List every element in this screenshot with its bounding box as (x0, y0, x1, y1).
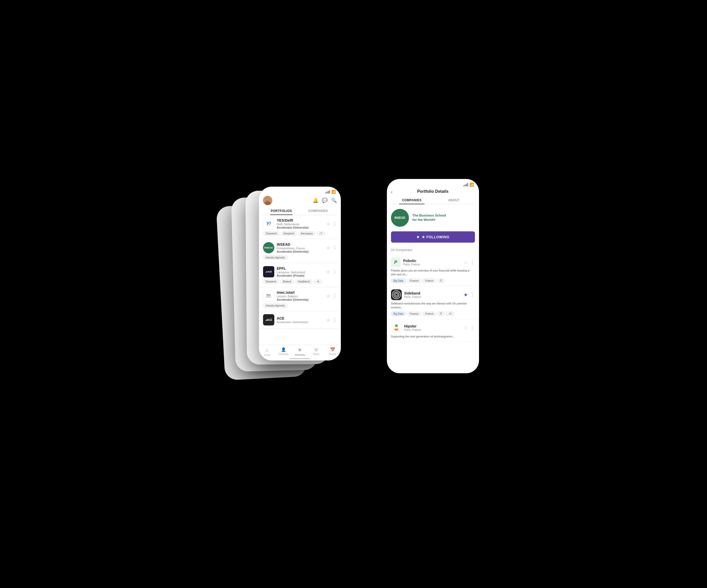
portfolio-type: Accelerator (Private) (277, 274, 324, 277)
company-desc-hipster: Supporting the next generation oit techi… (391, 335, 475, 338)
wifi-icon: 📶 (331, 190, 336, 194)
events-icon: 📅 (330, 347, 335, 352)
search-icon[interactable]: 🔍 (331, 197, 337, 203)
tab-about[interactable]: ABOUT (433, 196, 475, 204)
company-desc-pobotic: Pobotic gives you an overview of your fi… (391, 269, 475, 277)
nav-item-following[interactable]: 👤 Following (275, 347, 292, 356)
portfolio-location: Fontainebleau, France (277, 247, 324, 250)
home-icon: ⌂ (265, 347, 268, 353)
tag: Fintech (423, 279, 436, 283)
tables-label: Tables (313, 353, 319, 355)
more-menu-button[interactable]: ⋮ (333, 246, 337, 250)
wifi-icon-right: 📶 (470, 183, 474, 187)
portfolio-info-imec: imec.istart Leuven, Belgium Accelerator … (277, 290, 324, 301)
star-button-sideband[interactable]: ★ (464, 292, 468, 298)
star-button[interactable]: ☆ (327, 318, 330, 322)
following-label: Following (278, 353, 288, 355)
back-button[interactable]: ‹ (391, 189, 393, 195)
avatar[interactable] (263, 196, 272, 205)
tag: Finance (407, 279, 422, 283)
message-icon[interactable]: 💬 (322, 197, 328, 203)
nav-item-tables[interactable]: ⊞ Tables (308, 347, 325, 356)
tables-icon: ⊞ (314, 347, 318, 352)
portfolio-item-insead[interactable]: INSEAD INSEAD Fontainebleau, France Acce… (259, 239, 341, 263)
portfolio-location: Lausanne, Switzerland (277, 271, 324, 274)
svg-point-6 (395, 293, 398, 296)
portfolio-name: ACE (277, 316, 324, 320)
portfolio-name: YES!Delft (277, 218, 324, 222)
insead-logo-big: INSEAD (391, 209, 409, 227)
nav-item-discovery[interactable]: ✳ Discovery (292, 347, 308, 356)
tab-companies[interactable]: COMPANIES (300, 207, 337, 215)
following-button-label: ★ FOLLOWING (422, 235, 449, 239)
portfolio-info-epfl: EPFL Lausanne, Switzerland Accelerator (… (277, 266, 324, 277)
company-location: Paris, France (404, 328, 461, 331)
events-label: Events (329, 353, 336, 355)
svg-point-11 (395, 327, 397, 329)
nav-item-home[interactable]: ⌂ Home (259, 347, 275, 356)
logo-epfl: ⊿ACE (263, 266, 274, 278)
tag-more[interactable]: +6 (314, 280, 322, 284)
star-button[interactable]: ☆ (327, 221, 330, 226)
notification-icon[interactable]: 🔔 (313, 197, 318, 203)
more-menu-hipster[interactable]: ⋮ (470, 325, 475, 331)
portfolio-item-yesdelft[interactable]: Y! YES!Delft Delft, Netherlands Accelera… (259, 215, 341, 239)
company-info-sideband: Sideband Paris, France (404, 291, 461, 298)
svg-point-5 (394, 292, 399, 297)
companies-count: 24 Companies (387, 247, 479, 254)
tags-row: Industry Agnostic (263, 303, 337, 308)
svg-point-3 (266, 198, 269, 201)
company-item-hipster[interactable]: Hipster Paris, France ☆ ⋮ Supporting the… (387, 319, 479, 342)
header-area: 🔔 💬 🔍 (259, 195, 341, 207)
tag: Big Data (391, 279, 406, 283)
star-button[interactable]: ☆ (327, 293, 330, 298)
tag: Fintech (423, 311, 436, 316)
more-menu-button[interactable]: ⋮ (333, 269, 337, 274)
portfolio-list: Y! YES!Delft Delft, Netherlands Accelera… (259, 215, 341, 338)
company-item-sideband[interactable]: Sideband Paris, France ★ ⋮ Sideband revo… (387, 286, 479, 319)
company-info-hipster: Hipster Paris, France (404, 324, 461, 331)
more-menu-button[interactable]: ⋮ (333, 318, 337, 322)
logo-pobotic: P (391, 257, 401, 267)
portfolio-item-imec[interactable]: imec istart imec.istart Leuven, Belgium … (259, 287, 341, 311)
star-button[interactable]: ☆ (327, 269, 330, 274)
status-bar-left: 📶 (259, 187, 341, 195)
portfolio-info-yesdelft: YES!Delft Delft, Netherlands Accelerator… (277, 218, 324, 229)
tab-companies-detail[interactable]: COMPANIES (391, 196, 433, 204)
discovery-label: Discovery (295, 354, 305, 356)
scene: 📶 🔔 💬 🔍 PORTFOLIOS (213, 176, 494, 412)
tag-more[interactable]: +5 (446, 311, 454, 316)
more-menu-pobotic[interactable]: ⋮ (470, 259, 475, 265)
portfolio-item-ace[interactable]: ⊿ACE ACE Amsterdam, Netherlands ☆ ⋮ (259, 311, 341, 329)
tag-more[interactable]: +7 (317, 231, 325, 236)
star-button-pobotic[interactable]: ☆ (464, 259, 468, 265)
more-menu-sideband[interactable]: ⋮ (470, 292, 475, 298)
tags-row: Deeptech Biotech Healthtech +6 (263, 280, 337, 284)
portfolio-type: Accelerator (University) (277, 226, 324, 229)
portfolio-actions: ☆ ⋮ (327, 293, 337, 298)
more-menu-button[interactable]: ⋮ (333, 293, 337, 298)
more-menu-button[interactable]: ⋮ (333, 221, 337, 226)
star-button-hipster[interactable]: ☆ (464, 325, 468, 331)
portfolio-hero: INSEAD The Business Schoolfor the World® (387, 204, 479, 231)
tag: Aerospace (298, 231, 315, 236)
following-button[interactable]: ★ ★ FOLLOWING (391, 231, 475, 243)
detail-tabs: COMPANIES ABOUT (391, 196, 475, 204)
logo-ace: ⊿ACE (263, 314, 274, 325)
company-location: Paris, France (404, 295, 461, 298)
tab-portfolios[interactable]: PORTFOLIOS (263, 207, 300, 215)
portfolio-name: EPFL (277, 266, 324, 270)
svg-point-4 (392, 291, 400, 299)
tag: Industry Agnostic (263, 303, 288, 308)
home-indicator (290, 358, 310, 359)
star-button[interactable]: ☆ (327, 246, 330, 250)
portfolio-item-epfl[interactable]: ⊿ACE EPFL Lausanne, Switzerland Accelera… (259, 263, 341, 287)
portfolio-location: Leuven, Belgium (277, 295, 324, 298)
portfolio-actions: ☆ ⋮ (327, 269, 337, 274)
detail-title: Portfolio Details (391, 189, 475, 194)
company-item-pobotic[interactable]: P Pobotic Paris, France ☆ ⋮ Pobotic give… (387, 254, 479, 286)
nav-item-events[interactable]: 📅 Events (325, 347, 341, 356)
tag: Deeptech (263, 280, 279, 284)
tag: Industry Agnostic (263, 255, 288, 260)
signal-icon (325, 190, 330, 193)
